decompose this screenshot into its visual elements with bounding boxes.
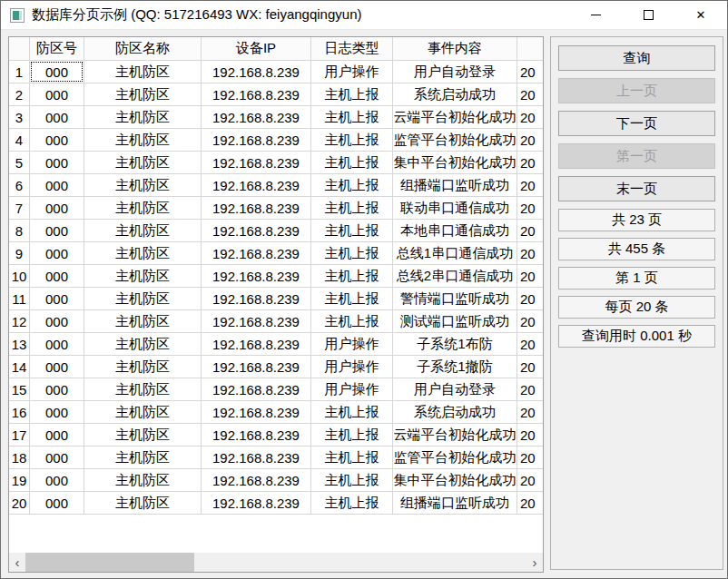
cell-zone[interactable]: 000 [30,129,84,152]
row-header[interactable]: 16 [9,401,30,424]
cell-event[interactable]: 本地串口通信成功 [393,220,517,242]
cell-device-ip[interactable]: 192.168.8.239 [202,424,311,447]
cell-zone-name[interactable]: 主机防区 [84,288,202,310]
column-header[interactable]: 日志类型 [311,37,393,61]
row-header[interactable]: 8 [9,220,30,242]
cell-time[interactable]: 20 [517,61,543,83]
cell-zone-name[interactable]: 主机防区 [84,197,202,220]
cell-time[interactable]: 20 [517,220,543,242]
cell-zone-name[interactable]: 主机防区 [84,401,202,424]
row-header[interactable]: 17 [9,424,30,447]
cell-log-type[interactable]: 主机上报 [311,129,393,152]
cell-log-type[interactable]: 主机上报 [311,492,393,515]
cell-event[interactable]: 组播端口监听成功 [393,174,517,197]
cell-event[interactable]: 系统启动成功 [393,83,517,106]
cell-time[interactable]: 20 [517,378,543,401]
cell-time[interactable]: 20 [517,129,543,152]
cell-zone-name[interactable]: 主机防区 [84,424,202,447]
row-header[interactable]: 2 [9,83,30,106]
column-header[interactable]: 事件内容 [393,37,517,61]
cell-zone[interactable]: 000 [30,492,84,515]
cell-event[interactable]: 联动串口通信成功 [393,197,517,220]
row-header[interactable]: 4 [9,129,30,152]
column-header[interactable]: 设备IP [202,37,311,61]
cell-log-type[interactable]: 主机上报 [311,197,393,220]
row-header[interactable]: 20 [9,492,30,515]
cell-device-ip[interactable]: 192.168.8.239 [202,356,311,378]
cell-event[interactable]: 子系统1布防 [393,333,517,356]
cell-zone-name[interactable]: 主机防区 [84,220,202,242]
cell-zone[interactable]: 000 [30,378,84,401]
cell-log-type[interactable]: 用户操作 [311,378,393,401]
cell-zone-name[interactable]: 主机防区 [84,174,202,197]
cell-event[interactable]: 集中平台初始化成功 [393,469,517,492]
cell-time[interactable]: 20 [517,401,543,424]
cell-zone-name[interactable]: 主机防区 [84,129,202,152]
minimize-button[interactable] [569,1,622,30]
cell-zone-name[interactable]: 主机防区 [84,447,202,469]
cell-log-type[interactable]: 主机上报 [311,401,393,424]
cell-device-ip[interactable]: 192.168.8.239 [202,310,311,333]
column-header[interactable] [9,37,30,61]
cell-log-type[interactable]: 主机上报 [311,174,393,197]
cell-event[interactable]: 系统启动成功 [393,401,517,424]
cell-event[interactable]: 用户自动登录 [393,378,517,401]
cell-zone[interactable]: 000 [30,469,84,492]
cell-device-ip[interactable]: 192.168.8.239 [202,401,311,424]
cell-event[interactable]: 总线1串口通信成功 [393,242,517,265]
cell-zone-name[interactable]: 主机防区 [84,83,202,106]
row-header[interactable]: 13 [9,333,30,356]
cell-time[interactable]: 20 [517,288,543,310]
cell-zone[interactable]: 000 [30,265,84,288]
scrollbar-thumb[interactable] [25,553,194,572]
cell-time[interactable]: 20 [517,174,543,197]
cell-log-type[interactable]: 用户操作 [311,356,393,378]
cell-zone-name[interactable]: 主机防区 [84,152,202,174]
column-header[interactable] [517,37,543,61]
prev-page-button[interactable]: 上一页 [558,78,715,103]
cell-zone-name[interactable]: 主机防区 [84,242,202,265]
cell-time[interactable]: 20 [517,106,543,129]
cell-event[interactable]: 云端平台初始化成功 [393,106,517,129]
cell-time[interactable]: 20 [517,492,543,515]
cell-device-ip[interactable]: 192.168.8.239 [202,447,311,469]
cell-zone[interactable]: 000 [30,288,84,310]
cell-event[interactable]: 组播端口监听成功 [393,492,517,515]
query-button[interactable]: 查询 [558,45,715,71]
cell-device-ip[interactable]: 192.168.8.239 [202,174,311,197]
cell-log-type[interactable]: 主机上报 [311,83,393,106]
cell-event[interactable]: 子系统1撤防 [393,356,517,378]
cell-event[interactable]: 监管平台初始化成功 [393,129,517,152]
cell-device-ip[interactable]: 192.168.8.239 [202,333,311,356]
cell-log-type[interactable]: 主机上报 [311,424,393,447]
cell-device-ip[interactable]: 192.168.8.239 [202,129,311,152]
cell-device-ip[interactable]: 192.168.8.239 [202,197,311,220]
cell-event[interactable]: 测试端口监听成功 [393,310,517,333]
row-header[interactable]: 19 [9,469,30,492]
cell-zone[interactable]: 000 [30,197,84,220]
row-header[interactable]: 5 [9,152,30,174]
cell-time[interactable]: 20 [517,83,543,106]
cell-event[interactable]: 警情端口监听成功 [393,288,517,310]
cell-zone-name[interactable]: 主机防区 [84,492,202,515]
cell-time[interactable]: 20 [517,242,543,265]
cell-zone[interactable]: 000 [30,401,84,424]
cell-log-type[interactable]: 主机上报 [311,106,393,129]
row-header[interactable]: 6 [9,174,30,197]
scrollbar-track[interactable] [25,553,526,572]
cell-zone-name[interactable]: 主机防区 [84,356,202,378]
cell-zone[interactable]: 000 [30,242,84,265]
row-header[interactable]: 7 [9,197,30,220]
cell-zone[interactable]: 000 [30,333,84,356]
cell-log-type[interactable]: 主机上报 [311,447,393,469]
cell-event[interactable]: 集中平台初始化成功 [393,152,517,174]
cell-device-ip[interactable]: 192.168.8.239 [202,265,311,288]
scroll-right-arrow-icon[interactable]: › [526,553,543,572]
row-header[interactable]: 18 [9,447,30,469]
cell-log-type[interactable]: 主机上报 [311,242,393,265]
cell-zone-name[interactable]: 主机防区 [84,310,202,333]
cell-device-ip[interactable]: 192.168.8.239 [202,61,311,83]
cell-time[interactable]: 20 [517,265,543,288]
column-header[interactable]: 防区号 [30,37,84,61]
cell-zone[interactable]: 000 [30,220,84,242]
